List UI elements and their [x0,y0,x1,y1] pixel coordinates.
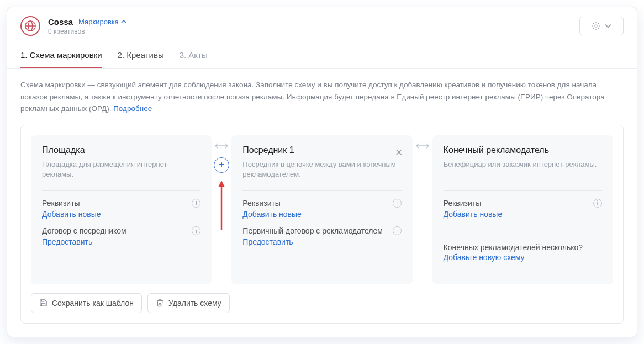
info-icon[interactable]: i [393,226,402,235]
advertiser-req-label: Реквизиты [444,199,482,208]
intro-body: Схема маркировки — связующий элемент для… [20,81,605,113]
info-icon[interactable]: i [192,199,200,208]
advertiser-title: Конечный рекламодатель [444,145,602,155]
page-title: Cossa [48,17,73,27]
intermediary-title: Посредник 1 [242,145,401,155]
platform-add-req[interactable]: Добавить новые [42,210,101,219]
platform-contract-label: Договор с посредником [42,226,126,235]
intermediary-card: × Посредник 1 Посредник в цепочке между … [231,135,412,284]
delete-scheme-button[interactable]: Удалить схему [147,293,230,313]
platform-card: Площадка Площадка для размещения интерне… [31,135,212,284]
save-icon [39,299,47,307]
intermediary-req-label: Реквизиты [242,199,281,208]
info-icon[interactable]: i [192,226,200,235]
more-link[interactable]: Подробнее [113,104,152,113]
svg-point-3 [595,25,597,27]
trash-icon [156,299,164,307]
platform-req-label: Реквизиты [42,199,80,208]
callout-arrow-icon [218,181,225,230]
arrows-lr-icon [215,142,228,150]
settings-button[interactable] [579,17,624,35]
advertiser-add-req[interactable]: Добавить новые [444,210,503,219]
tab-scheme[interactable]: 1. Схема маркировки [20,50,102,68]
advertiser-card: Конечный рекламодатель Бенефициар или за… [432,135,613,284]
chevron-up-icon [121,19,126,24]
save-template-button[interactable]: Сохранить как шаблон [31,293,142,313]
info-icon[interactable]: i [393,199,402,208]
intermediary-provide-contract[interactable]: Предоставить [242,237,293,246]
delete-scheme-label: Удалить схему [168,299,221,308]
arrows-lr-icon [416,142,429,150]
tab-acts[interactable]: 3. Акты [180,50,208,68]
platform-desc: Площадка для размещения интернет-рекламы… [42,160,200,179]
platform-title: Площадка [42,145,200,155]
save-template-label: Сохранить как шаблон [52,299,134,308]
platform-provide-contract[interactable]: Предоставить [42,237,92,246]
gear-icon [592,22,600,30]
tab-creatives[interactable]: 2. Креативы [118,50,164,68]
advertiser-desc: Бенефициар или заказчик интернет-рекламы… [444,160,602,179]
add-scheme-link[interactable]: Добавьте новую схему [444,253,525,262]
intermediary-add-req[interactable]: Добавить новые [242,210,302,219]
multi-advertiser-question: Конечных рекламодателей несколько? [444,243,602,252]
intro-text: Схема маркировки — связующий элемент для… [7,69,637,123]
chevron-down-icon [605,23,611,29]
intermediary-desc: Посредник в цепочке между вами и конечны… [242,160,401,179]
brand-logo [20,16,40,36]
add-intermediary-button[interactable]: + [214,157,229,173]
intermediary-contract-label: Первичный договор с рекламодателем [242,226,383,235]
marker-dropdown[interactable]: Маркировка [78,18,126,26]
marker-label: Маркировка [78,18,119,26]
info-icon[interactable]: i [593,199,602,208]
creatives-count: 0 креативов [48,28,126,35]
close-icon[interactable]: × [395,145,403,160]
